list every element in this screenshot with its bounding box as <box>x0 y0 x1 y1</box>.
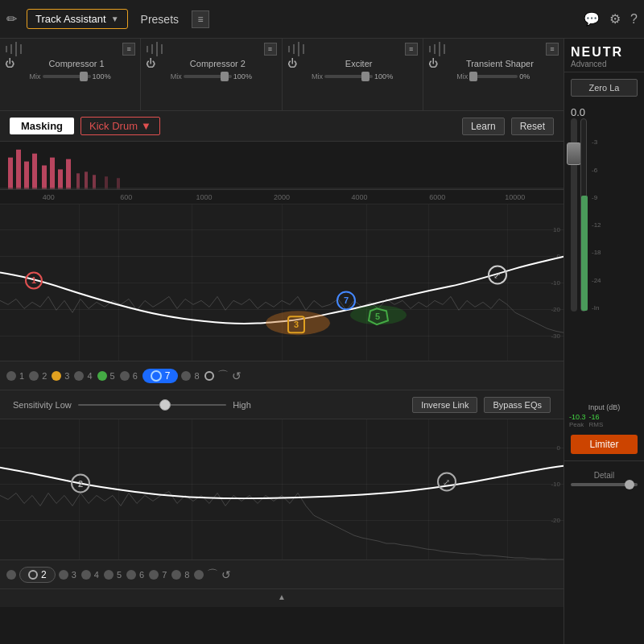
bend-icon[interactable]: ⌒ <box>217 369 229 383</box>
inverse-link-button[interactable]: Inverse Link <box>412 397 477 413</box>
freq-400: 400 <box>10 193 88 201</box>
input-db-label: Input (dB) <box>564 400 644 413</box>
svg-rect-2 <box>24 162 29 189</box>
db-label-9: -9 <box>592 194 601 201</box>
module-power-3[interactable]: ⏻ <box>287 58 297 69</box>
lower-node-4-label[interactable]: 4 <box>94 570 99 580</box>
module-header-3: ≡ <box>287 42 418 56</box>
fader-track-2[interactable] <box>184 75 232 78</box>
fader-track-1[interactable] <box>43 75 91 78</box>
node-8-label[interactable]: 8 <box>194 371 199 381</box>
lower-node-6-dot[interactable] <box>126 570 136 580</box>
lower-tilt-dot[interactable] <box>194 570 204 580</box>
bottom-arrow-row: ▲ <box>0 589 564 607</box>
node-6-label[interactable]: 6 <box>133 371 138 381</box>
node-4-label[interactable]: 4 <box>87 371 92 381</box>
lower-node-row: 2 3 4 5 6 7 8 ⌒ ↺ <box>0 560 564 589</box>
fader-handle-3[interactable] <box>361 72 369 81</box>
module-slider-3: Mix 100% <box>287 71 418 82</box>
track-assistant-button[interactable]: Track Assistant ▼ <box>27 9 128 29</box>
sensitivity-handle[interactable] <box>159 399 171 411</box>
learn-button[interactable]: Learn <box>462 118 505 135</box>
module-lines-1 <box>5 42 23 56</box>
detail-slider[interactable] <box>571 483 638 486</box>
fader-handle-2[interactable] <box>221 72 229 81</box>
ml <box>303 44 304 54</box>
fader-handle-vertical[interactable] <box>567 142 581 165</box>
doc-icon[interactable]: ≡ <box>192 10 209 28</box>
fader-handle-4[interactable] <box>469 72 477 81</box>
tilt-node[interactable] <box>204 371 214 381</box>
eq-curve-upper: 1 3 5 7 ⤢ <box>0 204 564 361</box>
undo-icon[interactable]: ↺ <box>232 369 242 382</box>
bottom-arrow-icon[interactable]: ▲ <box>278 592 286 604</box>
node-5-label[interactable]: 5 <box>110 371 115 381</box>
module-doc-4[interactable]: ≡ <box>546 43 559 56</box>
lower-node-3-label[interactable]: 3 <box>72 570 76 580</box>
node-1-label[interactable]: 1 <box>19 371 24 381</box>
node-8-dot[interactable] <box>181 371 191 381</box>
lower-node-3-dot[interactable] <box>59 570 68 580</box>
eq-curve-lower: 2 ⤢ <box>0 419 564 559</box>
lower-node-2-circle <box>28 570 38 580</box>
fader-track-vertical[interactable] <box>571 118 577 312</box>
fader-track-4[interactable] <box>469 75 518 78</box>
bypass-eq-button[interactable]: Bypass EQs <box>484 397 551 413</box>
db-labels: -3 -6 -9 -12 -18 -24 -In <box>592 118 601 312</box>
lower-node-7-dot[interactable] <box>149 570 159 580</box>
ml <box>15 42 17 56</box>
masking-button[interactable]: Masking <box>10 118 74 134</box>
module-doc-1[interactable]: ≡ <box>122 43 135 56</box>
eq-display-lower[interactable]: 0 -10 -20 2 ⤢ <box>0 419 564 560</box>
help-icon[interactable]: ? <box>630 12 638 27</box>
lower-node-1-dot[interactable] <box>6 570 16 580</box>
lower-node-4-dot[interactable] <box>81 570 91 580</box>
lower-undo-icon[interactable]: ↺ <box>221 568 231 581</box>
node-7-label: 7 <box>165 370 171 382</box>
lower-node-8-label[interactable]: 8 <box>184 570 189 580</box>
lower-node-2-active[interactable]: 2 <box>19 567 56 583</box>
node-6-dot[interactable] <box>120 371 130 381</box>
lower-node-5-dot[interactable] <box>104 570 114 580</box>
gear-icon[interactable]: ⚙ <box>609 11 621 27</box>
module-power-2[interactable]: ⏻ <box>146 58 155 69</box>
node-3-label[interactable]: 3 <box>64 371 69 381</box>
sensitivity-high-label: High <box>233 400 251 410</box>
module-power-1[interactable]: ⏻ <box>5 58 14 69</box>
limiter-button[interactable]: Limiter <box>571 435 638 454</box>
zero-la-button[interactable]: Zero La <box>571 79 638 97</box>
module-slider-2: Mix 100% <box>146 71 276 82</box>
module-doc-3[interactable]: ≡ <box>405 43 418 56</box>
kick-drum-button[interactable]: Kick Drum ▼ <box>80 117 160 135</box>
detail-handle[interactable] <box>625 480 634 489</box>
db-label-18: -18 <box>592 249 601 256</box>
node-4-dot[interactable] <box>74 371 84 381</box>
eq-display-upper[interactable]: 10 0 -10 -20 -30 <box>0 204 564 361</box>
node-5-dot[interactable] <box>97 371 107 381</box>
lower-node-5-label[interactable]: 5 <box>117 570 122 580</box>
rms-section: -16 RMS <box>589 413 604 428</box>
presets-button[interactable]: Presets <box>134 10 185 29</box>
node-7-active[interactable]: 7 <box>142 369 179 383</box>
svg-rect-11 <box>105 176 108 189</box>
lower-node-7-label[interactable]: 7 <box>162 570 167 580</box>
lower-node-8-dot[interactable] <box>171 570 181 580</box>
svg-text:5: 5 <box>375 312 380 321</box>
reset-button[interactable]: Reset <box>511 118 554 135</box>
module-power-4[interactable]: ⏻ <box>428 58 438 69</box>
module-lines-3 <box>287 42 305 56</box>
lower-bend-icon[interactable]: ⌒ <box>207 568 218 582</box>
sensitivity-slider[interactable] <box>78 404 226 406</box>
node-2-dot[interactable] <box>29 371 39 381</box>
module-slider-1: Mix 100% <box>5 71 135 82</box>
chat-icon[interactable]: 💬 <box>584 11 600 27</box>
ml <box>10 44 12 54</box>
node-2-label[interactable]: 2 <box>42 371 47 381</box>
node-3-dot[interactable] <box>52 371 61 381</box>
node-1-dot[interactable] <box>6 371 16 381</box>
lower-node-6-label[interactable]: 6 <box>139 570 144 580</box>
module-doc-2[interactable]: ≡ <box>264 43 277 56</box>
fader-track-3[interactable] <box>324 75 373 78</box>
fader-handle-1[interactable] <box>80 72 88 81</box>
svg-text:3: 3 <box>294 320 299 329</box>
